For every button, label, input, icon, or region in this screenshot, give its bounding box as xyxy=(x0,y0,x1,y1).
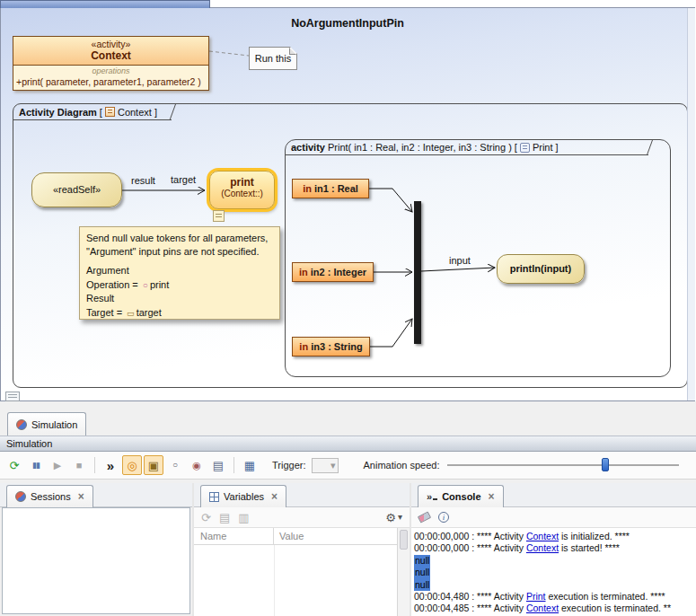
log-text: execution is terminated. **** xyxy=(546,591,665,602)
element-link[interactable]: Context xyxy=(526,542,559,553)
options-button[interactable]: ○ xyxy=(165,455,185,475)
console-output[interactable]: 00:00:00,000 : **** Activity Context is … xyxy=(411,528,696,616)
breakpoints-toggle-button[interactable]: ▣ xyxy=(144,455,163,475)
variables-table-header: Name Value xyxy=(194,528,397,545)
pin-label: in1 : Real xyxy=(312,183,358,194)
record-button[interactable]: ◉ xyxy=(187,455,207,475)
snapshot-button[interactable]: ▤ xyxy=(208,455,228,475)
sessions-tab-strip: Sessions × xyxy=(0,483,192,507)
report-icon: ▦ xyxy=(244,460,255,471)
diagram-title: NoArgumentInputPin xyxy=(0,17,695,30)
print-action[interactable]: print (Context::) xyxy=(209,171,275,209)
pin-label: in2 : Integer xyxy=(308,267,366,277)
run-this-note[interactable]: Run this xyxy=(249,47,297,70)
properties-callout-icon[interactable] xyxy=(213,210,225,222)
join-node[interactable] xyxy=(414,201,421,344)
tooltip-result: Result xyxy=(86,292,273,306)
export-button[interactable]: ▥ xyxy=(238,512,249,524)
info-button[interactable]: i xyxy=(438,512,449,523)
import-icon: ▤ xyxy=(219,512,230,524)
sessions-list[interactable] xyxy=(2,507,190,614)
frame-tab-bracket: [ xyxy=(97,107,102,118)
column-header-value[interactable]: Value xyxy=(274,531,397,541)
console-tab-strip: » Console × xyxy=(411,483,696,507)
frame-tab-name: Activity Diagram xyxy=(19,107,97,118)
read-self-action[interactable]: «readSelf» xyxy=(31,172,122,207)
scrollbar-thumb[interactable] xyxy=(400,530,408,550)
record-icon: ◉ xyxy=(192,461,201,471)
trigger-dropdown[interactable]: ▾ xyxy=(312,458,339,473)
breakpoints-icon: ▣ xyxy=(148,460,159,471)
grid-icon[interactable] xyxy=(5,392,20,401)
close-icon[interactable]: × xyxy=(271,490,278,503)
restart-button[interactable]: ⟳ xyxy=(4,455,24,475)
diagram-window-tab[interactable] xyxy=(0,0,210,8)
pause-button[interactable]: ▮▮ xyxy=(26,455,46,475)
simulation-panel-header[interactable]: Simulation xyxy=(0,436,696,452)
options-icon: ○ xyxy=(172,461,178,470)
refresh-button[interactable]: ⟳ xyxy=(201,512,211,524)
info-icon: i xyxy=(438,512,449,523)
close-icon[interactable]: × xyxy=(78,490,84,503)
tooltip-operation: Operation = ○print xyxy=(86,278,273,293)
console-log-line: 00:00:00,000 : **** Activity Context is … xyxy=(414,531,696,542)
element-link[interactable]: Context xyxy=(526,603,559,613)
variables-table-body[interactable] xyxy=(194,545,397,616)
stop-icon: ■ xyxy=(76,461,83,471)
tooltip-line2: "Argument" input pins are not specified. xyxy=(86,245,273,259)
log-text: 00:00:00,000 : **** Activity xyxy=(414,531,526,541)
log-text: 00:00:04,485 : **** Activity xyxy=(414,603,526,613)
animation-speed-slider[interactable] xyxy=(447,457,679,473)
diagram-frame-tab[interactable]: Activity Diagram [Context ] xyxy=(13,104,172,120)
animate-toggle-button[interactable]: » xyxy=(101,455,120,475)
element-link[interactable]: Context xyxy=(526,531,559,541)
tab-sessions[interactable]: Sessions × xyxy=(6,485,93,507)
log-text: is started! **** xyxy=(559,542,620,553)
note-text: Run this xyxy=(255,53,291,64)
chevron-down-icon: ▾ xyxy=(398,513,402,522)
column-header-name[interactable]: Name xyxy=(194,528,274,544)
class-operation[interactable]: +print( parameter, parameter1, parameter… xyxy=(13,76,208,90)
input-pin-in3[interactable]: in in3 : String xyxy=(292,337,370,356)
auto-start-toggle-button[interactable]: ◎ xyxy=(122,455,142,475)
tooltip-target-value: target xyxy=(137,307,162,318)
console-icon: » xyxy=(427,491,437,502)
sessions-icon xyxy=(15,491,26,502)
table-options-button[interactable]: ⚙▾ xyxy=(385,512,402,524)
pin-direction: in xyxy=(299,341,308,352)
context-class-node[interactable]: «activity» Context operations +print( pa… xyxy=(13,36,209,91)
clear-console-button[interactable] xyxy=(418,514,430,521)
pin-label: in3 : String xyxy=(308,341,363,352)
class-compartment-label: operations xyxy=(13,65,208,76)
refresh-icon: ⟳ xyxy=(201,512,211,524)
log-text: 00:00:00,000 : **** Activity xyxy=(414,542,526,553)
report-button[interactable]: ▦ xyxy=(240,455,260,475)
input-pin-in2[interactable]: in in2 : Integer xyxy=(292,262,374,282)
diagram-vertical-scrollbar[interactable] xyxy=(687,8,695,400)
target-pin-icon: ▭ xyxy=(127,309,135,318)
import-button[interactable]: ▤ xyxy=(219,512,230,524)
tab-simulation[interactable]: Simulation xyxy=(7,412,86,436)
step-icon: ▶ xyxy=(54,461,61,471)
input-pin-in1[interactable]: in in1 : Real xyxy=(292,179,369,198)
tab-label: Simulation xyxy=(31,419,77,430)
console-toolbar: i xyxy=(411,507,696,528)
pause-icon: ▮▮ xyxy=(32,462,40,470)
application-window: NoArgumentInputPin «activity» Context op… xyxy=(0,0,696,616)
variables-tab-strip: Variables × xyxy=(194,483,410,507)
activity-frame-header[interactable]: activity Print( in1 : Real, in2 : Intege… xyxy=(286,140,648,155)
simulation-icon xyxy=(16,419,27,430)
close-icon[interactable]: × xyxy=(489,490,495,503)
element-link[interactable]: Print xyxy=(526,591,546,602)
log-text: 00:00:04,480 : **** Activity xyxy=(414,591,526,602)
gear-icon: ⚙ xyxy=(385,512,396,524)
variables-scrollbar[interactable] xyxy=(397,528,410,616)
stop-button[interactable]: ■ xyxy=(69,455,89,475)
slider-handle[interactable] xyxy=(602,458,609,471)
step-button[interactable]: ▶ xyxy=(48,455,67,475)
tab-label: Sessions xyxy=(31,491,71,502)
println-action[interactable]: println(input) xyxy=(497,254,585,284)
tab-console[interactable]: » Console × xyxy=(418,485,504,507)
print-action-qualifier: (Context::) xyxy=(210,189,274,198)
tab-variables[interactable]: Variables × xyxy=(200,485,286,507)
